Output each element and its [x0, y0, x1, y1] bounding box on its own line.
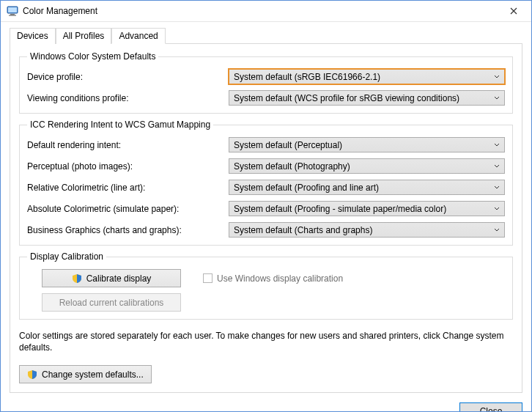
group-wcs-defaults: Windows Color System Defaults Device pro… [19, 51, 513, 114]
row-device-profile: Device profile: System default (sRGB IEC… [27, 69, 505, 84]
app-monitor-icon [7, 5, 18, 17]
group-icc-mapping: ICC Rendering Intent to WCS Gamut Mappin… [19, 119, 513, 246]
row-change-defaults: Change system defaults... [19, 365, 513, 383]
tab-devices[interactable]: Devices [10, 28, 56, 44]
reload-calibrations-label: Reload current calibrations [59, 298, 164, 308]
label-viewing-conditions: Viewing conditions profile: [27, 93, 229, 103]
label-relative: Relative Colorimetric (line art): [27, 183, 229, 193]
svg-rect-1 [8, 7, 17, 12]
group-display-calibration-legend: Display Calibration [27, 251, 106, 262]
select-device-profile[interactable]: System default (sRGB IEC61966-2.1) [229, 69, 505, 84]
checkbox-box-icon [203, 273, 213, 283]
group-wcs-defaults-legend: Windows Color System Defaults [27, 51, 158, 62]
footer-description: Color settings are stored separately for… [19, 330, 513, 353]
shield-icon [72, 273, 82, 284]
shield-icon [27, 369, 37, 380]
row-reload: Reload current calibrations [27, 287, 505, 312]
tab-panel-advanced: Windows Color System Defaults Device pro… [10, 43, 522, 393]
label-device-profile: Device profile: [27, 72, 229, 82]
select-default-intent[interactable]: System default (Perceptual) [229, 137, 505, 152]
select-absolute[interactable]: System default (Proofing - simulate pape… [229, 201, 505, 216]
close-button-label: Close [480, 406, 503, 412]
calibrate-display-label: Calibrate display [86, 273, 152, 284]
change-system-defaults-label: Change system defaults... [42, 369, 144, 380]
tab-all-profiles[interactable]: All Profiles [56, 28, 112, 44]
dialog-button-bar: Close [1, 396, 531, 412]
change-system-defaults-button[interactable]: Change system defaults... [19, 365, 152, 383]
row-business: Business Graphics (charts and graphs): S… [27, 222, 505, 238]
use-windows-calibration-checkbox: Use Windows display calibration [203, 273, 343, 284]
select-absolute-value: System default (Proofing - simulate pape… [234, 204, 446, 214]
chevron-down-icon [494, 164, 500, 169]
reload-calibrations-button: Reload current calibrations [42, 293, 181, 312]
calibrate-display-button[interactable]: Calibrate display [42, 269, 181, 287]
use-windows-calibration-label: Use Windows display calibration [217, 273, 343, 284]
tab-advanced[interactable]: Advanced [111, 28, 165, 44]
select-perceptual[interactable]: System default (Photography) [229, 158, 505, 174]
row-perceptual: Perceptual (photo images): System defaul… [27, 158, 505, 174]
chevron-down-icon [494, 143, 500, 147]
select-device-profile-value: System default (sRGB IEC61966-2.1) [234, 72, 380, 82]
chevron-down-icon [494, 228, 500, 232]
row-absolute: Absolute Colorimetric (simulate paper): … [27, 201, 505, 216]
group-display-calibration: Display Calibration Calibrate display Us… [19, 251, 513, 320]
chevron-down-icon [494, 207, 500, 211]
group-icc-mapping-legend: ICC Rendering Intent to WCS Gamut Mappin… [27, 119, 213, 130]
window-close-button[interactable] [497, 1, 530, 21]
label-business: Business Graphics (charts and graphs): [27, 225, 229, 235]
chevron-down-icon [494, 75, 500, 79]
row-default-intent: Default rendering intent: System default… [27, 137, 505, 152]
window-title: Color Management [23, 6, 497, 16]
svg-rect-2 [10, 14, 15, 15]
row-relative: Relative Colorimetric (line art): System… [27, 180, 505, 195]
select-business-value: System default (Charts and graphs) [234, 225, 372, 235]
svg-rect-3 [9, 15, 16, 16]
select-default-intent-value: System default (Perceptual) [234, 140, 342, 150]
content-area: Devices All Profiles Advanced Windows Co… [1, 22, 531, 396]
chevron-down-icon [494, 185, 500, 190]
select-relative-value: System default (Proofing and line art) [234, 183, 379, 193]
titlebar: Color Management [1, 1, 531, 22]
label-perceptual: Perceptual (photo images): [27, 161, 229, 172]
select-business[interactable]: System default (Charts and graphs) [229, 222, 505, 238]
select-perceptual-value: System default (Photography) [234, 161, 350, 172]
label-default-intent: Default rendering intent: [27, 140, 229, 150]
label-absolute: Absolute Colorimetric (simulate paper): [27, 204, 229, 214]
close-button[interactable]: Close [459, 402, 522, 412]
select-viewing-conditions-value: System default (WCS profile for sRGB vie… [234, 93, 459, 103]
row-calibrate: Calibrate display Use Windows display ca… [27, 266, 505, 287]
tab-strip: Devices All Profiles Advanced [10, 28, 522, 44]
chevron-down-icon [494, 96, 500, 100]
row-viewing-conditions: Viewing conditions profile: System defau… [27, 90, 505, 106]
select-viewing-conditions[interactable]: System default (WCS profile for sRGB vie… [229, 90, 505, 106]
select-relative[interactable]: System default (Proofing and line art) [229, 180, 505, 195]
